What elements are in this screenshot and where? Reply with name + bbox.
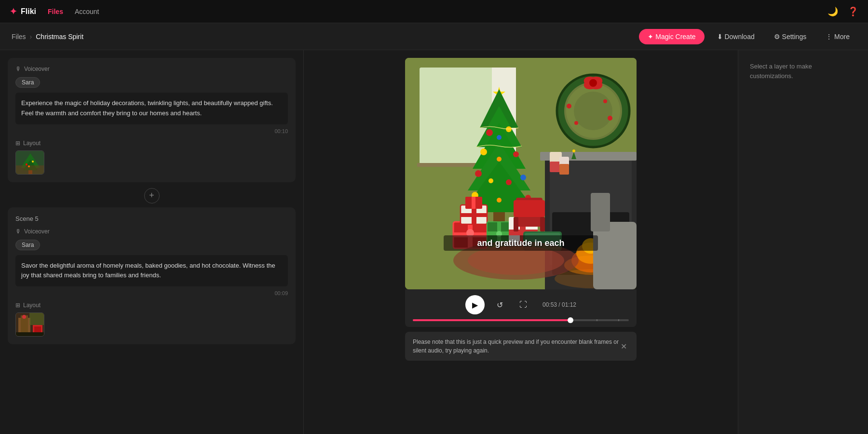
scene-text-4[interactable]: Experience the magic of holiday decorati…: [15, 93, 288, 124]
svg-text:and gratitude in each: and gratitude in each: [477, 238, 564, 248]
time-display: 00:53 / 01:12: [542, 301, 576, 308]
voiceover-label-5: 🎙 Voiceover: [15, 228, 288, 235]
scene-card-4: 🎙 Voiceover Sara Experience the magic of…: [8, 58, 296, 182]
video-frame: and gratitude in each: [405, 58, 637, 289]
svg-rect-14: [16, 332, 44, 337]
svg-point-64: [497, 157, 502, 162]
app-logo: ✦ Fliki: [10, 6, 36, 17]
download-button[interactable]: ⬇ Download: [710, 29, 761, 44]
breadcrumb-separator: ›: [30, 33, 32, 41]
layout-icon-5: ⊞: [15, 302, 20, 309]
svg-rect-15: [29, 313, 44, 325]
play-button[interactable]: ▶: [465, 295, 485, 314]
svg-point-59: [486, 129, 493, 136]
layout-section-4: ⊞ Layout: [15, 140, 288, 175]
svg-point-5: [26, 163, 27, 165]
logo-icon: ✦: [10, 6, 17, 17]
scene-time-4: 00:10: [15, 128, 288, 134]
progress-handle[interactable]: [568, 317, 573, 323]
nav-account[interactable]: Account: [75, 8, 99, 15]
layout-section-5: ⊞ Layout: [15, 302, 288, 337]
sub-header-actions: ✦ Magic Create ⬇ Download ⚙ Settings ⋮ M…: [639, 29, 856, 44]
svg-rect-4: [16, 165, 44, 175]
svg-point-42: [572, 149, 575, 152]
chapter-mark-6: [618, 319, 619, 321]
svg-point-68: [506, 179, 512, 185]
scene-time-5: 00:09: [15, 290, 288, 296]
time-separator: /: [558, 301, 562, 308]
svg-point-33: [567, 104, 571, 108]
breadcrumb: Files › Christmas Spirit: [12, 33, 83, 41]
settings-button[interactable]: ⚙ Settings: [767, 29, 813, 44]
total-time: 01:12: [562, 301, 576, 308]
video-panel: and gratitude in each ▶ ↺ ⛶ 00:53 / 01:1…: [304, 50, 738, 434]
video-progress-bar[interactable]: [413, 319, 629, 321]
svg-point-66: [520, 175, 526, 180]
more-button[interactable]: ⋮ More: [819, 29, 856, 44]
thumb-inner-4: [16, 151, 44, 174]
replay-button[interactable]: ↺: [492, 297, 508, 312]
svg-rect-80: [461, 213, 487, 217]
svg-rect-95: [540, 217, 545, 231]
svg-point-62: [480, 149, 487, 155]
toast-notification: Please note that this is just a quick pr…: [405, 332, 637, 361]
layout-thumbnail-5[interactable]: [15, 312, 44, 337]
layout-icon-4: ⊞: [15, 140, 20, 147]
voiceover-label-4: 🎙 Voiceover: [15, 66, 288, 72]
scene-header-5: Scene 5: [15, 215, 288, 222]
scenes-panel: 🎙 Voiceover Sara Experience the magic of…: [0, 50, 304, 434]
svg-point-35: [608, 116, 612, 121]
toast-close-button[interactable]: ✕: [619, 342, 629, 351]
help-icon[interactable]: ❓: [848, 6, 858, 17]
svg-rect-93: [514, 200, 545, 217]
svg-point-67: [488, 178, 493, 183]
svg-point-65: [475, 170, 482, 177]
svg-point-6: [32, 161, 34, 163]
thumb-inner-5: [16, 313, 44, 336]
scene-text-5[interactable]: Savor the delightful aroma of homely mea…: [15, 255, 288, 287]
svg-point-61: [497, 135, 502, 140]
controls-row: ▶ ↺ ⛶ 00:53 / 01:12: [413, 295, 629, 314]
svg-point-11: [22, 315, 26, 319]
mic-icon: 🎙: [15, 66, 21, 72]
svg-rect-100: [593, 222, 637, 289]
svg-rect-90: [472, 197, 475, 209]
svg-point-36: [603, 99, 607, 103]
svg-rect-40: [559, 164, 569, 175]
progress-fill: [413, 319, 570, 321]
fullscreen-button[interactable]: ⛶: [515, 297, 531, 312]
nav-files[interactable]: Files: [48, 8, 63, 15]
scene-card-5: Scene 5 🎙 Voiceover Sara Savor the delig…: [8, 207, 296, 345]
svg-point-63: [513, 151, 519, 157]
top-nav: ✦ Fliki Files Account 🌙 ❓: [0, 0, 868, 23]
svg-rect-101: [591, 193, 610, 231]
svg-point-29: [574, 92, 612, 130]
breadcrumb-current: Christmas Spirit: [36, 33, 83, 41]
svg-point-7: [28, 165, 30, 167]
nav-right-icons: 🌙 ❓: [827, 6, 858, 17]
layout-thumbnail-4[interactable]: [15, 150, 44, 175]
video-preview: and gratitude in each: [405, 58, 637, 289]
svg-rect-13: [34, 326, 41, 333]
speaker-badge-4[interactable]: Sara: [15, 77, 40, 88]
main-layout: 🎙 Voiceover Sara Experience the magic of…: [0, 50, 868, 434]
svg-point-34: [574, 121, 578, 125]
app-name: Fliki: [21, 7, 36, 16]
current-time: 00:53: [542, 301, 557, 308]
breadcrumb-root[interactable]: Files: [12, 33, 26, 41]
customization-hint: Select a layer to make customizations.: [750, 62, 856, 81]
toast-message: Please note that this is just a quick pr…: [413, 338, 619, 355]
layout-label-5: ⊞ Layout: [15, 302, 288, 309]
add-scene-button[interactable]: +: [144, 188, 160, 203]
chapter-mark-5: [597, 319, 597, 321]
speaker-badge-5[interactable]: Sara: [15, 240, 40, 250]
mic-icon-5: 🎙: [15, 228, 21, 235]
magic-create-button[interactable]: ✦ Magic Create: [639, 29, 704, 44]
svg-point-32: [589, 79, 597, 87]
sub-header: Files › Christmas Spirit ✦ Magic Create …: [0, 23, 868, 50]
dark-mode-toggle[interactable]: 🌙: [827, 6, 838, 17]
video-controls: ▶ ↺ ⛶ 00:53 / 01:12: [405, 289, 637, 327]
right-panel: Select a layer to make customizations.: [738, 50, 868, 434]
svg-rect-94: [514, 217, 518, 231]
layout-label-4: ⊞ Layout: [15, 140, 288, 147]
